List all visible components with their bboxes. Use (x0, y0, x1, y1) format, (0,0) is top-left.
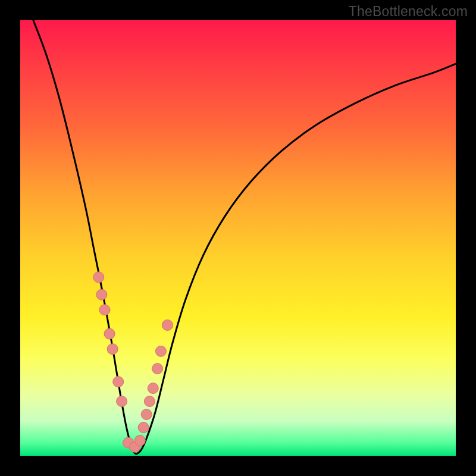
data-point (107, 344, 118, 355)
data-point (162, 320, 173, 330)
data-point (138, 422, 149, 433)
data-point (144, 396, 155, 407)
data-point (99, 305, 110, 315)
data-point (113, 377, 124, 387)
data-point (152, 364, 163, 374)
data-point (148, 383, 158, 394)
outer-frame: TheBottleneck.com (0, 0, 476, 476)
bottleneck-curve (33, 20, 456, 454)
data-point (134, 435, 145, 446)
data-point (141, 409, 152, 419)
data-point (104, 328, 115, 339)
chart-svg (0, 0, 476, 476)
data-point (96, 289, 107, 300)
data-point (117, 396, 127, 407)
data-point (93, 272, 104, 283)
data-point (155, 346, 166, 356)
